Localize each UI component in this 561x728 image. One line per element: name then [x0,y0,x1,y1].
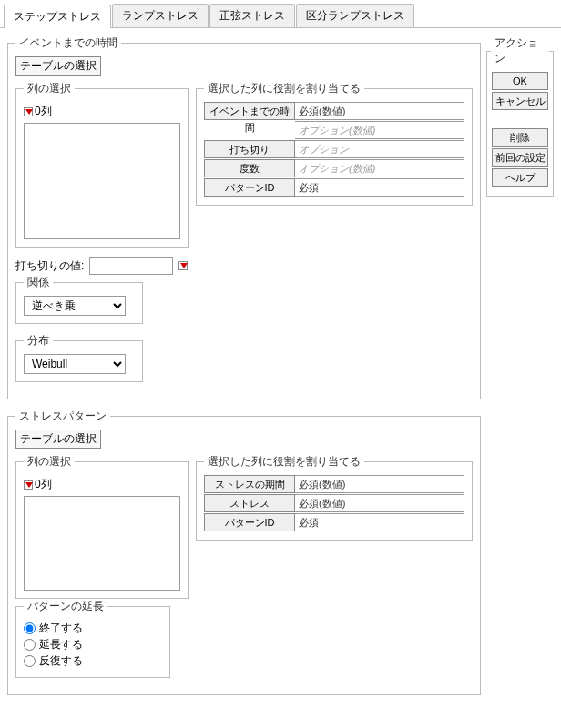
pattern-ext-terminate-label: 終了する [39,621,83,636]
sp-role-assign-group: 選択した列に役割を割り当てる ストレスの期間 必須(数値) ストレス 必須(数値… [196,454,473,541]
role-freq-field[interactable]: オプション(数値) [295,159,464,177]
time-to-event-legend: イベントまでの時間 [15,35,121,51]
relation-group: 関係 逆べき乗 [15,275,143,324]
pattern-extension-legend: パターンの延長 [24,599,107,614]
role-freq-button[interactable]: 度数 [204,159,295,177]
relation-legend: 関係 [24,275,53,290]
distribution-select[interactable]: Weibull [24,354,126,374]
role-stress-field[interactable]: 必須(数値) [295,494,464,512]
sp-table-select-button[interactable]: テーブルの選択 [15,430,101,449]
sp-col-select-legend: 列の選択 [24,454,75,470]
pattern-ext-repeat[interactable]: 反復する [24,653,162,669]
time-to-event-group: イベントまでの時間 テーブルの選択 列の選択 0列 選択した列に役 [7,35,481,399]
tab-sine-stress[interactable]: 正弦ストレス [209,4,295,27]
sp-role-pattern-id-button[interactable]: パターンID [204,513,295,531]
actions-legend: アクション [491,35,549,66]
role-censor-field[interactable]: オプション [295,140,464,158]
role-assign-legend: 選択した列に役割を割り当てる [204,81,364,96]
tab-strip: ステップストレス ランプストレス 正弦ストレス 区分ランプストレス [0,0,561,28]
help-button[interactable]: ヘルプ [492,168,548,187]
col-select-legend: 列の選択 [24,81,75,96]
actions-group: アクション OK キャンセル 削除 前回の設定 ヘルプ [486,35,554,197]
censor-value-menu-icon[interactable] [178,261,188,270]
role-censor-button[interactable]: 打ち切り [204,140,295,158]
tab-ramp-stress[interactable]: ランプストレス [112,4,209,27]
delete-button[interactable]: 削除 [492,128,548,147]
role-pattern-id-button[interactable]: パターンID [204,178,295,197]
column-menu-icon[interactable] [24,107,33,116]
censor-value-label: 打ち切りの値: [15,258,84,274]
sp-column-listbox[interactable] [24,496,180,591]
ok-button[interactable]: OK [492,72,548,90]
sp-role-pattern-id-field[interactable]: 必須 [295,513,464,531]
stress-pattern-legend: ストレスパターン [15,409,110,424]
pattern-ext-extend-label: 延長する [39,637,83,652]
sp-column-menu-icon[interactable] [24,480,33,490]
pattern-ext-repeat-label: 反復する [39,653,83,669]
role-time-to-event-button[interactable]: イベントまでの時間 [204,102,295,120]
table-select-button[interactable]: テーブルの選択 [15,56,101,76]
role-time-to-event-option-field[interactable]: オプション(数値) [295,121,464,139]
sp-col-select-group: 列の選択 0列 [15,454,189,599]
tab-step-stress[interactable]: ステップストレス [4,5,111,28]
pattern-extension-group: パターンの延長 終了する 延長する 反復する [15,599,170,678]
pattern-ext-terminate[interactable]: 終了する [24,621,162,636]
role-pattern-id-field[interactable]: 必須 [295,178,464,197]
recall-button[interactable]: 前回の設定 [492,148,548,167]
role-time-to-event-field[interactable]: 必須(数値) [295,102,464,120]
sp-column-count-label: 0列 [35,477,52,492]
pattern-ext-extend-radio[interactable] [24,639,36,651]
relation-select[interactable]: 逆べき乗 [24,296,126,316]
col-select-group: 列の選択 0列 [15,81,189,248]
role-stress-duration-button[interactable]: ストレスの期間 [204,475,295,493]
column-count-label: 0列 [35,104,52,119]
stress-pattern-group: ストレスパターン テーブルの選択 列の選択 0列 選択した列に役割 [7,409,481,695]
role-stress-duration-field[interactable]: 必須(数値) [295,475,464,493]
distribution-group: 分布 Weibull [15,333,143,382]
tab-piecewise-ramp-stress[interactable]: 区分ランプストレス [296,4,414,27]
role-stress-button[interactable]: ストレス [204,494,295,512]
distribution-legend: 分布 [24,333,53,349]
censor-value-input[interactable] [89,257,173,275]
column-listbox[interactable] [24,123,180,239]
cancel-button[interactable]: キャンセル [492,92,548,110]
sp-role-assign-legend: 選択した列に役割を割り当てる [204,454,364,470]
pattern-ext-extend[interactable]: 延長する [24,637,162,652]
pattern-ext-terminate-radio[interactable] [24,622,36,634]
role-assign-group: 選択した列に役割を割り当てる イベントまでの時間 必須(数値) オプション(数値… [196,81,473,206]
pattern-ext-repeat-radio[interactable] [24,655,36,667]
